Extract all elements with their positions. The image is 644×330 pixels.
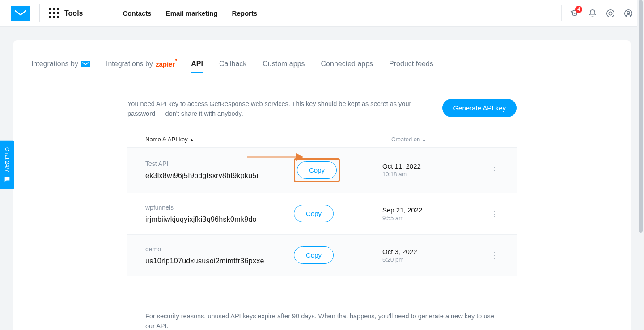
- table-row: wpfunnels irjmbiiwkjuqyixjfki3q96hsk0mk9…: [127, 193, 517, 234]
- created-time: 9:55 am: [382, 215, 490, 221]
- api-key-value: ek3lx8wi96j5f9pdgtsxrv8bt9kpku5i: [145, 172, 280, 180]
- scrollbar-thumb[interactable]: [639, 0, 643, 233]
- zapier-logo: zapier: [156, 60, 175, 68]
- help-icon[interactable]: [606, 8, 615, 18]
- api-key-name: demo: [145, 245, 280, 253]
- tab-integrations-zapier[interactable]: Integrations by zapier: [106, 60, 175, 73]
- tab-label: Integrations by: [31, 60, 78, 68]
- tools-menu[interactable]: Tools: [49, 8, 83, 18]
- tab-custom-apps[interactable]: Custom apps: [263, 60, 305, 73]
- page-card: Integrations by Integrations by zapier A…: [13, 40, 631, 330]
- separator: [92, 4, 92, 22]
- tab-label: Integrations by: [106, 60, 153, 68]
- app-logo[interactable]: [11, 6, 30, 21]
- profile-icon[interactable]: [623, 8, 633, 18]
- column-header-name[interactable]: Name & API key▲: [145, 136, 391, 143]
- sort-caret-icon: ▲: [422, 137, 426, 142]
- academy-icon[interactable]: 4: [570, 8, 580, 18]
- api-key-value: irjmbiiwkjuqyixjfki3q96hsk0mk9do: [145, 216, 280, 224]
- copy-button[interactable]: Copy: [294, 205, 334, 222]
- content: You need API key to access GetResponse w…: [127, 99, 517, 330]
- scrollbar[interactable]: [637, 0, 644, 330]
- table-row: Test API ek3lx8wi96j5f9pdgtsxrv8bt9kpku5…: [127, 147, 517, 193]
- generate-api-key-button[interactable]: Generate API key: [442, 99, 517, 117]
- notification-badge: 4: [575, 6, 582, 13]
- nav-contacts[interactable]: Contacts: [123, 9, 151, 17]
- created-date: Sep 21, 2022: [382, 206, 490, 214]
- created-date: Oct 11, 2022: [382, 162, 490, 170]
- api-description: You need API key to access GetResponse w…: [127, 99, 414, 119]
- created-date: Oct 3, 2022: [382, 248, 490, 255]
- tab-integrations-getresponse[interactable]: Integrations by: [31, 60, 90, 73]
- column-header-date[interactable]: Created on▲: [391, 136, 499, 143]
- api-key-name: Test API: [145, 160, 280, 167]
- row-menu-icon[interactable]: ⋮: [490, 165, 499, 175]
- getresponse-icon: [81, 61, 90, 67]
- topbar-right: 4: [561, 5, 633, 21]
- api-key-value: us10rlp107udxususoi2mimtfr36pxxe: [145, 257, 280, 265]
- security-footnote: For security reasons, unused API keys ex…: [127, 312, 517, 330]
- row-menu-icon[interactable]: ⋮: [490, 250, 499, 260]
- chat-widget[interactable]: Chat 24/7: [0, 141, 14, 189]
- row-menu-icon[interactable]: ⋮: [490, 209, 499, 219]
- sort-caret-icon: ▲: [190, 137, 194, 142]
- tools-label: Tools: [64, 9, 83, 17]
- grid-icon: [49, 8, 59, 18]
- main-nav: Contacts Email marketing Reports: [123, 9, 257, 17]
- list-header: Name & API key▲ Created on▲: [127, 136, 517, 147]
- separator: [39, 4, 40, 22]
- tab-product-feeds[interactable]: Product feeds: [389, 60, 433, 73]
- api-key-list: Name & API key▲ Created on▲ Test API ek3…: [127, 136, 517, 276]
- svg-point-3: [627, 11, 630, 14]
- nav-email-marketing[interactable]: Email marketing: [166, 9, 218, 17]
- created-time: 10:18 am: [382, 171, 490, 178]
- bell-icon[interactable]: [588, 8, 597, 18]
- svg-point-0: [607, 9, 614, 17]
- nav-reports[interactable]: Reports: [232, 9, 258, 17]
- chat-icon: [4, 176, 11, 183]
- copy-button[interactable]: Copy: [297, 161, 337, 179]
- highlight-frame: Copy: [294, 158, 340, 182]
- svg-point-1: [609, 12, 612, 15]
- table-row: demo us10rlp107udxususoi2mimtfr36pxxe Co…: [127, 234, 517, 276]
- tab-api[interactable]: API: [191, 60, 203, 73]
- integrations-tabs: Integrations by Integrations by zapier A…: [31, 60, 613, 76]
- tab-connected-apps[interactable]: Connected apps: [321, 60, 373, 73]
- api-key-name: wpfunnels: [145, 204, 280, 211]
- created-time: 5:20 pm: [382, 256, 490, 263]
- topbar: Tools Contacts Email marketing Reports 4: [0, 0, 644, 27]
- chat-label: Chat 24/7: [4, 147, 11, 172]
- copy-button[interactable]: Copy: [294, 246, 334, 264]
- tab-callback[interactable]: Callback: [219, 60, 246, 73]
- separator: [561, 5, 562, 21]
- header-row: You need API key to access GetResponse w…: [127, 99, 517, 119]
